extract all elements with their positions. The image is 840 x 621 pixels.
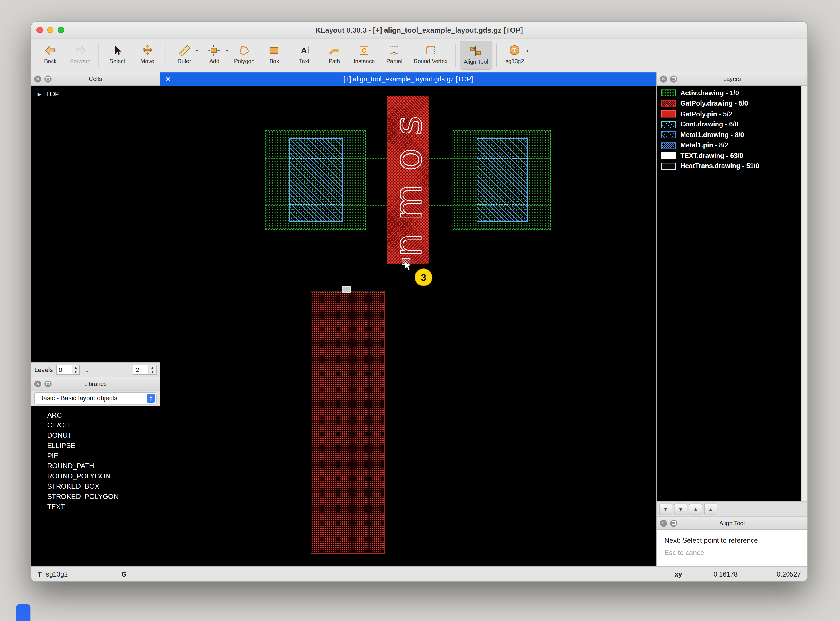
- chevron-down-icon[interactable]: ▾: [226, 48, 228, 53]
- layer-swatch: [661, 111, 675, 117]
- fullscreen-window-button[interactable]: [58, 27, 64, 33]
- layer-row[interactable]: Metal1.pin - 8/2: [657, 140, 801, 151]
- svg-text:C: C: [362, 47, 366, 54]
- move-layer-top-button[interactable]: ▲: [704, 504, 717, 515]
- layer-row[interactable]: HeatTrans.drawing - 51/0: [657, 161, 801, 172]
- close-panel-icon[interactable]: ✕: [34, 76, 41, 82]
- layers-scrollbar[interactable]: [801, 86, 808, 501]
- move-layer-up-button[interactable]: ▲: [689, 504, 702, 515]
- chevron-down-icon[interactable]: ▾: [527, 48, 529, 53]
- detach-panel-icon[interactable]: [670, 520, 677, 526]
- libraries-panel-title: Libraries: [84, 380, 106, 387]
- text-icon: A: [298, 44, 311, 57]
- polygon-button[interactable]: Polygon: [230, 41, 259, 70]
- selection-handle[interactable]: [342, 286, 351, 292]
- cells-panel-header: ✕ Cells: [31, 72, 160, 86]
- align-tool-button[interactable]: Align Tool: [460, 41, 492, 70]
- select-cursor-icon: [111, 44, 124, 57]
- layer-row[interactable]: Metal1.drawing - 8/0: [657, 130, 801, 140]
- back-button[interactable]: Back: [36, 41, 65, 70]
- library-item[interactable]: ELLIPSE: [31, 441, 160, 451]
- detach-panel-icon[interactable]: [670, 76, 677, 82]
- layer-row[interactable]: GatPoly.pin - 5/2: [657, 109, 801, 119]
- add-button[interactable]: Add ▾: [200, 41, 229, 70]
- metal1-pin-line: [289, 158, 343, 159]
- libraries-panel-header: ✕ Libraries: [31, 377, 160, 391]
- library-list[interactable]: ARC CIRCLE DONUT ELLIPSE PIE ROUND_PATH …: [31, 406, 160, 566]
- layers-list[interactable]: Activ.drawing - 1/0 GatPoly.drawing - 5/…: [657, 86, 801, 501]
- arrow-up-icon: ▲: [693, 506, 698, 512]
- forward-button[interactable]: Forward: [66, 41, 95, 70]
- library-item[interactable]: ARC: [31, 410, 160, 420]
- library-item[interactable]: TEXT: [31, 501, 160, 512]
- layer-row[interactable]: TEXT.drawing - 63/0: [657, 151, 801, 161]
- library-item[interactable]: CIRCLE: [31, 420, 160, 430]
- round-vertex-button[interactable]: Round Vertex: [410, 41, 451, 70]
- close-panel-icon[interactable]: ✕: [34, 380, 41, 387]
- cell-item-top[interactable]: ▶ TOP: [31, 86, 160, 98]
- detach-panel-icon[interactable]: [44, 76, 51, 82]
- level-to-spinner[interactable]: 2 ▲ ▼: [133, 365, 156, 374]
- level-to-value[interactable]: 2: [133, 365, 149, 374]
- library-select-row: Basic - Basic layout objects ▴ ▾: [31, 391, 160, 406]
- layer-row[interactable]: Cont.drawing - 6/0: [657, 119, 801, 130]
- back-label: Back: [44, 58, 57, 64]
- technology-status-value: sg13g2: [46, 570, 68, 578]
- spin-up-icon[interactable]: ▲: [72, 365, 79, 370]
- forward-icon: [74, 44, 87, 57]
- library-item[interactable]: ROUND_PATH: [31, 461, 160, 471]
- level-from-spinner[interactable]: 0 ▲ ▼: [56, 365, 80, 374]
- window-titlebar[interactable]: KLayout 0.30.3 - [+] align_tool_example_…: [31, 22, 807, 38]
- instance-button[interactable]: C Instance: [350, 41, 379, 70]
- layer-row[interactable]: Activ.drawing - 1/0: [657, 88, 801, 98]
- text-button[interactable]: A Text: [290, 41, 319, 70]
- library-item[interactable]: STROKED_POLYGON: [31, 491, 160, 501]
- dock-app-fragment[interactable]: [16, 604, 30, 621]
- close-panel-icon[interactable]: ✕: [660, 520, 667, 526]
- technology-status-icon: T: [38, 570, 42, 578]
- gatpoly-drawing-shape[interactable]: [311, 291, 385, 553]
- expand-arrow-icon[interactable]: ▶: [38, 91, 41, 97]
- move-layer-bottom-button[interactable]: ▼: [674, 504, 687, 515]
- box-button[interactable]: Box: [260, 41, 289, 70]
- spin-down-icon[interactable]: ▼: [149, 370, 156, 374]
- cursor-y-value: 0.20527: [737, 570, 801, 578]
- dropdown-up-icon: ▴: [150, 394, 152, 398]
- layer-label: GatPoly.drawing - 5/0: [680, 100, 748, 107]
- metal1-region-left[interactable]: [289, 138, 343, 222]
- library-item[interactable]: DONUT: [31, 430, 160, 441]
- technology-button[interactable]: T sg13g2 ▾: [500, 41, 529, 70]
- library-item[interactable]: STROKED_BOX: [31, 481, 160, 492]
- path-button[interactable]: Path: [320, 41, 349, 70]
- library-item[interactable]: PIE: [31, 450, 160, 461]
- gatpoly-gate-shape[interactable]: nmos: [387, 96, 429, 264]
- ruler-button[interactable]: Ruler ▾: [170, 41, 199, 70]
- tab-title: [+] align_tool_example_layout.gds.gz [TO…: [160, 76, 656, 83]
- minimize-window-button[interactable]: [47, 27, 54, 33]
- grid-indicator: G: [121, 570, 127, 578]
- cell-name-label: nmos: [386, 103, 430, 257]
- cells-tree[interactable]: ▶ TOP: [31, 86, 160, 362]
- layout-canvas[interactable]: nmos 3: [160, 86, 656, 566]
- move-button[interactable]: Move: [133, 41, 162, 70]
- layer-swatch: [661, 100, 675, 107]
- library-item[interactable]: ROUND_POLYGON: [31, 471, 160, 481]
- chevron-down-icon[interactable]: ▾: [196, 48, 198, 53]
- move-layer-down-button[interactable]: ▼: [659, 504, 672, 515]
- spin-up-icon[interactable]: ▲: [149, 365, 156, 370]
- layout-tab[interactable]: ✕ [+] align_tool_example_layout.gds.gz […: [160, 72, 656, 86]
- library-dropdown[interactable]: Basic - Basic layout objects ▴ ▾: [34, 392, 156, 404]
- spin-down-icon[interactable]: ▼: [72, 370, 79, 374]
- close-window-button[interactable]: [36, 27, 43, 33]
- partial-button[interactable]: Partial: [380, 41, 409, 70]
- layer-row[interactable]: GatPoly.drawing - 5/0: [657, 98, 801, 109]
- dropdown-arrows-icon: ▴ ▾: [147, 394, 155, 403]
- metal1-region-right[interactable]: [477, 138, 528, 222]
- layer-label: Metal1.drawing - 8/0: [680, 131, 744, 139]
- select-button[interactable]: Select: [103, 41, 132, 70]
- close-panel-icon[interactable]: ✕: [660, 76, 667, 82]
- align-tool-message: Next: Select point to reference: [664, 536, 799, 544]
- traffic-lights: [36, 22, 64, 38]
- detach-panel-icon[interactable]: [44, 380, 51, 387]
- level-from-value[interactable]: 0: [56, 365, 72, 374]
